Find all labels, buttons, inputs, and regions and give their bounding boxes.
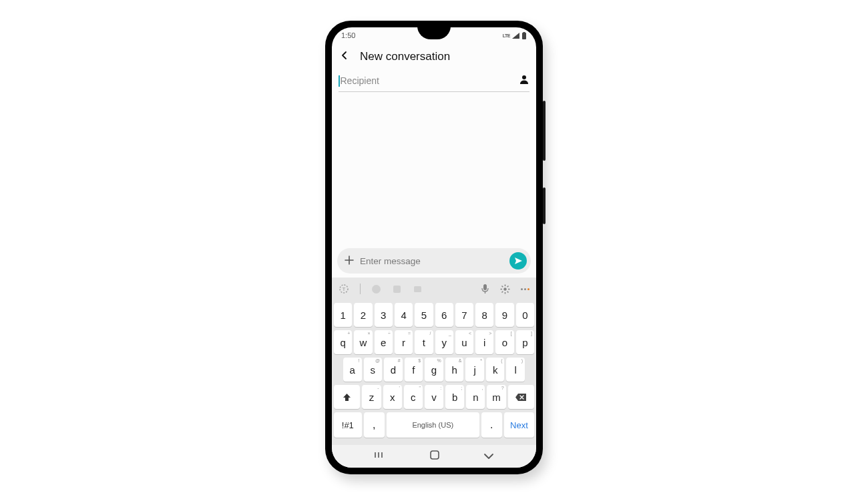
bottom-row: !#1 , English (US) . Next: [334, 412, 534, 438]
nav-recents[interactable]: [374, 450, 386, 462]
plus-icon: [344, 255, 355, 266]
screen: 1:50 LTE New conversation Recipient: [332, 27, 536, 468]
battery-icon: [521, 32, 527, 39]
signal-icon: [512, 33, 519, 39]
key-l[interactable]: )l: [506, 358, 525, 382]
shift-icon: [342, 392, 352, 402]
key-period[interactable]: .: [481, 412, 502, 438]
mic-icon[interactable]: [481, 284, 489, 294]
key-6[interactable]: 6: [435, 303, 453, 327]
key-3[interactable]: 3: [375, 303, 393, 327]
lte-icon: LTE: [503, 33, 510, 38]
key-t[interactable]: /t: [415, 330, 433, 354]
nav-back[interactable]: [483, 450, 494, 462]
key-space[interactable]: English (US): [387, 412, 479, 438]
keyboard-toolbar: T: [332, 278, 536, 300]
svg-line-17: [507, 286, 509, 287]
sticker-icon[interactable]: [392, 284, 402, 294]
key-comma[interactable]: ,: [364, 412, 385, 438]
key-1[interactable]: 1: [334, 303, 352, 327]
key-5[interactable]: 5: [415, 303, 433, 327]
key-s[interactable]: @s: [364, 358, 383, 382]
key-8[interactable]: 8: [475, 303, 493, 327]
gif-icon[interactable]: [413, 284, 423, 294]
svg-rect-7: [414, 286, 421, 292]
emoji-icon[interactable]: [371, 284, 381, 294]
key-symbols[interactable]: !#1: [334, 412, 362, 438]
phone-frame: 1:50 LTE New conversation Recipient: [325, 21, 543, 474]
page-title: New conversation: [360, 50, 450, 63]
attach-button[interactable]: [344, 254, 355, 268]
key-v[interactable]: :v: [425, 385, 443, 409]
key-g[interactable]: %g: [425, 358, 443, 382]
backspace-icon: [515, 393, 527, 402]
conversation-body: [332, 92, 536, 248]
chevron-left-icon: [340, 51, 349, 60]
key-q[interactable]: +q: [334, 330, 352, 354]
svg-rect-0: [522, 33, 526, 39]
key-7[interactable]: 7: [455, 303, 473, 327]
key-next[interactable]: Next: [504, 412, 534, 438]
key-w[interactable]: ×w: [354, 330, 372, 354]
key-i[interactable]: >i: [475, 330, 493, 354]
key-r[interactable]: =r: [395, 330, 413, 354]
key-p[interactable]: ]p: [516, 330, 534, 354]
keyboard: 1 2 3 4 5 6 7 8 9 0 +q ×w ÷e =r /t _y <u…: [332, 300, 536, 445]
key-e[interactable]: ÷e: [375, 330, 393, 354]
key-h[interactable]: &h: [445, 358, 464, 382]
svg-text:T: T: [343, 286, 346, 292]
key-n[interactable]: ,n: [466, 385, 485, 409]
home-icon: [429, 450, 440, 460]
svg-rect-8: [483, 284, 487, 290]
settings-icon[interactable]: [500, 284, 510, 294]
recipient-input[interactable]: Recipient: [341, 73, 519, 89]
navigation-bar: [332, 445, 536, 468]
key-c[interactable]: "c: [404, 385, 423, 409]
key-2[interactable]: 2: [354, 303, 372, 327]
more-icon[interactable]: [521, 288, 529, 290]
key-o[interactable]: [o: [495, 330, 513, 354]
svg-rect-6: [393, 286, 401, 293]
key-backspace[interactable]: [508, 385, 534, 409]
key-y[interactable]: _y: [435, 330, 453, 354]
send-button[interactable]: [509, 252, 527, 270]
contacts-button[interactable]: [519, 74, 529, 87]
text-predict-icon[interactable]: T: [339, 284, 349, 294]
key-b[interactable]: ;b: [445, 385, 464, 409]
svg-point-2: [522, 75, 526, 79]
qwerty-row-1: +q ×w ÷e =r /t _y <u >i [o ]p: [334, 330, 534, 354]
key-4[interactable]: 4: [395, 303, 413, 327]
qwerty-row-3: -z 'x "c :v ;b ,n ?m: [334, 385, 534, 409]
recents-icon: [374, 450, 386, 460]
svg-line-16: [507, 291, 509, 292]
contact-icon: [519, 74, 529, 85]
send-icon: [513, 256, 523, 266]
app-header: New conversation: [332, 43, 536, 69]
power-button[interactable]: [543, 187, 546, 224]
key-shift[interactable]: [334, 385, 360, 409]
svg-rect-22: [431, 451, 439, 459]
compose-bar: Enter message: [337, 248, 531, 274]
key-f[interactable]: $f: [405, 358, 423, 382]
key-x[interactable]: 'x: [383, 385, 402, 409]
nav-home[interactable]: [429, 450, 440, 463]
text-cursor: [339, 75, 340, 87]
key-d[interactable]: #d: [384, 358, 403, 382]
message-input[interactable]: Enter message: [360, 256, 504, 266]
key-u[interactable]: <u: [455, 330, 473, 354]
svg-rect-1: [523, 32, 525, 33]
volume-button[interactable]: [543, 101, 546, 161]
chevron-down-icon: [483, 453, 494, 460]
svg-line-18: [502, 291, 503, 292]
key-j[interactable]: *j: [465, 358, 484, 382]
key-z[interactable]: -z: [362, 385, 381, 409]
key-9[interactable]: 9: [495, 303, 513, 327]
svg-point-5: [372, 285, 381, 294]
svg-point-10: [503, 288, 506, 290]
key-a[interactable]: !a: [343, 358, 362, 382]
key-m[interactable]: ?m: [487, 385, 505, 409]
key-k[interactable]: (k: [486, 358, 505, 382]
key-0[interactable]: 0: [516, 303, 534, 327]
qwerty-row-2: !a @s #d $f %g &h *j (k )l: [334, 358, 534, 382]
back-button[interactable]: [337, 51, 352, 63]
